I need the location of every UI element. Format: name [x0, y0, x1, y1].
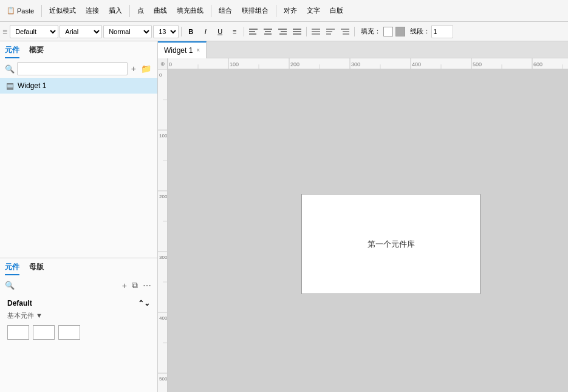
nearby-mode-button[interactable]: 近似模式 — [45, 4, 80, 18]
ruler-container: ⊕ 0 100 200 300 — [158, 58, 568, 69]
default-section: Default ⌃⌄ — [5, 297, 152, 310]
align-left-button[interactable] — [247, 25, 260, 38]
canvas-area: Widget 1 × ⊕ 0 100 — [158, 41, 568, 392]
default-label: Default — [7, 299, 32, 308]
basic-elements-label: 基本元件 ▼ — [5, 310, 152, 322]
tab-elements[interactable]: 元件 — [5, 262, 19, 275]
add-component-button[interactable]: + — [130, 63, 137, 75]
components-list: ▤ Widget 1 — [0, 78, 157, 258]
widget-icon: ▤ — [6, 81, 14, 91]
left-panel: 元件 概要 🔍 + 📁 ▤ Widget 1 元件 母版 — [0, 41, 158, 392]
paste-button[interactable]: 📋 Paste — [2, 4, 38, 17]
stroke-width-input[interactable] — [431, 25, 453, 38]
svg-text:400: 400 — [159, 315, 168, 321]
fill-label: 填充： — [361, 27, 381, 36]
letter-spacing-button[interactable] — [324, 25, 337, 38]
align-button[interactable]: 对齐 — [279, 4, 301, 18]
curve-button[interactable]: 曲线 — [149, 4, 171, 18]
vertical-ruler: 0 100 200 300 400 500 — [158, 69, 168, 392]
svg-text:100: 100 — [230, 61, 239, 67]
fill-color-gray[interactable] — [395, 27, 405, 36]
svg-text:600: 600 — [533, 61, 542, 67]
underline-button[interactable]: U — [213, 25, 227, 38]
paste-icon: 📋 — [7, 7, 15, 15]
more-master-button[interactable]: ⋯ — [142, 280, 152, 292]
list-item[interactable]: ▤ Widget 1 — [0, 78, 157, 94]
align-justify-button[interactable] — [290, 25, 304, 38]
tab-widget1[interactable]: Widget 1 × — [158, 41, 207, 58]
stroke-label: 线段： — [410, 27, 430, 36]
svg-text:0: 0 — [159, 72, 162, 78]
format-sep-2 — [244, 27, 244, 36]
svg-text:300: 300 — [351, 61, 360, 67]
main-layout: 元件 概要 🔍 + 📁 ▤ Widget 1 元件 母版 — [0, 41, 568, 392]
svg-text:300: 300 — [159, 255, 168, 260]
svg-text:100: 100 — [159, 133, 168, 139]
combine-button[interactable]: 组合 — [214, 4, 236, 18]
font-select[interactable]: Arial — [60, 25, 102, 38]
tabs-bar: Widget 1 × — [158, 41, 568, 58]
italic-button[interactable]: I — [199, 25, 212, 38]
copy-master-button[interactable]: ⧉ — [131, 279, 139, 292]
bold-button[interactable]: B — [184, 25, 197, 38]
font-size-select[interactable]: 13 — [153, 25, 179, 38]
svg-rect-21 — [168, 58, 568, 69]
list-button[interactable]: ≡ — [228, 25, 241, 38]
add-master-button[interactable]: + — [121, 280, 128, 292]
basic-element-1[interactable] — [7, 325, 29, 340]
format-toolbar: ≡ Default Arial Normal 13 B I U ≡ 填充： 线段… — [0, 22, 568, 41]
line-spacing-button[interactable] — [309, 25, 323, 38]
panel-bottom: 元件 母版 🔍 + ⧉ ⋯ Default ⌃⌄ 基本元件 ▼ — [0, 258, 157, 392]
canvas-inner: 第一个元件库 — [168, 69, 568, 392]
toolbar-sep-3 — [211, 5, 211, 17]
toolbar-sep-1 — [41, 5, 42, 17]
toolbar-sep-4 — [276, 5, 276, 17]
bottom-panel-content: Default ⌃⌄ 基本元件 ▼ — [0, 294, 157, 392]
tab-outline[interactable]: 概要 — [29, 45, 44, 58]
panel-header-bottom: 元件 母版 — [0, 258, 157, 277]
connect-button[interactable]: 连接 — [81, 4, 103, 18]
canvas-page-label: 第一个元件库 — [368, 239, 415, 250]
svg-text:0: 0 — [169, 61, 172, 67]
ruler-corner: ⊕ — [158, 58, 168, 69]
panel-top: 元件 概要 🔍 + 📁 ▤ Widget 1 — [0, 41, 157, 258]
point-button[interactable]: 点 — [133, 4, 148, 18]
bottom-panel-tools: 🔍 + ⧉ ⋯ — [0, 277, 157, 294]
basic-element-2[interactable] — [33, 325, 55, 340]
canvas-page: 第一个元件库 — [301, 194, 481, 294]
svg-text:400: 400 — [412, 61, 421, 67]
panel-search-row: 🔍 + 📁 — [0, 60, 157, 78]
format-sep-4 — [354, 27, 355, 36]
normal-select[interactable]: Normal — [103, 25, 152, 38]
widget-label: Widget 1 — [18, 81, 46, 90]
search-icon-bottom: 🔍 — [5, 281, 15, 290]
tab-widget1-close[interactable]: × — [196, 47, 200, 53]
svg-rect-43 — [158, 69, 168, 392]
canvas-scroll[interactable]: 第一个元件库 — [168, 69, 568, 392]
tab-master[interactable]: 母版 — [29, 262, 44, 275]
shortcut-combine-button[interactable]: 联排组合 — [238, 4, 273, 18]
basic-element-3[interactable] — [58, 325, 80, 340]
horizontal-ruler: 0 100 200 300 400 500 — [168, 58, 568, 69]
corner-icon: ⊕ — [160, 61, 165, 67]
format-sep-1 — [181, 27, 182, 36]
text-button[interactable]: 文字 — [303, 4, 324, 18]
chevron-icon: ⌃⌄ — [138, 299, 150, 308]
fill-color-white[interactable] — [383, 27, 393, 36]
tab-components[interactable]: 元件 — [5, 45, 19, 58]
align-right-button[interactable] — [276, 25, 289, 38]
insert-button[interactable]: 插入 — [104, 4, 126, 18]
svg-text:500: 500 — [473, 61, 482, 67]
align-center-button[interactable] — [261, 25, 275, 38]
fill-curve-button[interactable]: 填充曲线 — [173, 4, 208, 18]
style-icon: ≡ — [2, 27, 7, 36]
add-folder-button[interactable]: 📁 — [140, 63, 152, 75]
page-button[interactable]: 白版 — [326, 4, 347, 18]
svg-text:200: 200 — [159, 194, 168, 199]
top-toolbar: 📋 Paste 近似模式 连接 插入 点 曲线 填充曲线 组合 联排组合 对齐 … — [0, 0, 568, 22]
components-search-input[interactable] — [17, 62, 128, 75]
tab-widget1-label: Widget 1 — [164, 46, 193, 55]
svg-text:500: 500 — [159, 376, 168, 382]
style-select[interactable]: Default — [10, 25, 58, 38]
indent-button[interactable] — [338, 25, 352, 38]
